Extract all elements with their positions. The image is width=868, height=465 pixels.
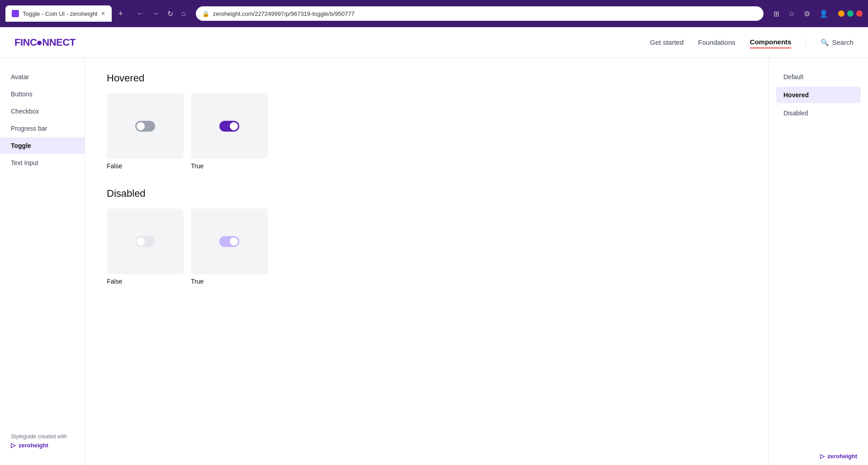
right-sidebar-disabled[interactable]: Disabled [776, 105, 861, 121]
profile-button[interactable]: 👤 [816, 8, 831, 20]
disabled-false-card [107, 209, 184, 274]
hovered-false-wrapper: False [107, 93, 184, 170]
minimize-button[interactable] [838, 10, 844, 17]
bookmark-button[interactable]: ☆ [786, 8, 797, 20]
disabled-false-toggle [135, 236, 155, 247]
logo-dot [37, 41, 42, 45]
disabled-true-wrapper: True [191, 209, 268, 285]
zh-footer-icon: ▷ [820, 453, 825, 460]
sidebar-footer: Styleguide created with ▷ zeroheight [0, 428, 85, 454]
close-tab-button[interactable]: ✕ [101, 10, 105, 17]
sidebar-item-progress-bar[interactable]: Progress bar [0, 120, 85, 137]
hovered-heading: Hovered [107, 72, 747, 84]
disabled-toggle-row: False True [107, 209, 747, 285]
zeroheight-logo: ▷ zeroheight [11, 441, 74, 449]
search-button[interactable]: 🔍 Search [821, 38, 854, 47]
nav-get-started[interactable]: Get started [650, 37, 683, 48]
browser-actions: ⊞ ☆ ⚙ 👤 [771, 8, 831, 20]
hovered-true-toggle[interactable] [219, 121, 239, 132]
new-tab-button[interactable]: + [114, 7, 127, 20]
zh-icon: ▷ [11, 441, 16, 449]
zh-label: zeroheight [19, 442, 48, 449]
nav-divider [806, 37, 806, 48]
back-button[interactable]: ← [134, 8, 147, 19]
address-bar[interactable]: 🔒 zeroheight.com/227249997/p/967319-togg… [196, 6, 764, 21]
translate-button[interactable]: ⊞ [771, 8, 782, 20]
sidebar-item-checkbox[interactable]: Checkbox [0, 103, 85, 119]
browser-chrome: Toggle - Coin UI - zeroheight ✕ + ← → ↻ … [0, 0, 868, 27]
sidebar-nav: Avatar Buttons Checkbox Progress bar Tog… [0, 69, 85, 171]
disabled-false-knob [137, 237, 145, 246]
disabled-true-card [191, 209, 268, 274]
refresh-button[interactable]: ↻ [165, 8, 176, 20]
search-icon: 🔍 [821, 38, 829, 47]
right-sidebar-hovered[interactable]: Hovered [776, 87, 861, 103]
hovered-false-label: False [107, 162, 184, 170]
forward-button[interactable]: → [149, 8, 162, 19]
hovered-true-wrapper: True [191, 93, 268, 170]
maximize-button[interactable] [847, 10, 854, 17]
app-body: Avatar Buttons Checkbox Progress bar Tog… [0, 58, 868, 465]
nav-links: Get started Foundations Components 🔍 Sea… [650, 36, 854, 48]
hovered-false-knob [137, 122, 145, 130]
app-header: FINCNNECT Get started Foundations Compon… [0, 27, 868, 58]
tab-bar: Toggle - Coin UI - zeroheight ✕ + [5, 5, 127, 22]
hovered-section: Hovered False True [107, 72, 747, 170]
right-sidebar: Default Hovered Disabled [768, 58, 868, 465]
search-label: Search [832, 38, 854, 46]
browser-controls: ← → ↻ ⌂ [134, 8, 189, 20]
sidebar-item-buttons[interactable]: Buttons [0, 86, 85, 102]
disabled-heading: Disabled [107, 188, 747, 199]
zh-footer-label: zeroheight [827, 453, 857, 460]
disabled-true-toggle [219, 236, 239, 247]
sidebar-item-toggle[interactable]: Toggle [0, 138, 85, 154]
bottom-right-footer: ▷ zeroheight [820, 453, 857, 460]
tab-title: Toggle - Coin UI - zeroheight [23, 10, 97, 17]
active-tab[interactable]: Toggle - Coin UI - zeroheight ✕ [5, 5, 112, 22]
footer-created-text: Styleguide created with [11, 433, 67, 440]
disabled-true-label: True [191, 278, 268, 285]
hovered-true-card [191, 93, 268, 159]
right-sidebar-default[interactable]: Default [776, 69, 861, 85]
url-text: zeroheight.com/227249997/p/967319-toggle… [213, 10, 355, 17]
window-controls [838, 10, 863, 17]
close-button[interactable] [856, 10, 863, 17]
disabled-false-wrapper: False [107, 209, 184, 285]
disabled-false-label: False [107, 278, 184, 285]
hovered-true-knob [230, 122, 238, 130]
disabled-section: Disabled False True [107, 188, 747, 285]
tab-favicon [12, 10, 19, 17]
hovered-false-toggle[interactable] [135, 121, 155, 132]
left-sidebar: Avatar Buttons Checkbox Progress bar Tog… [0, 58, 85, 465]
extensions-button[interactable]: ⚙ [801, 8, 813, 20]
main-content: Hovered False True [85, 58, 768, 465]
nav-foundations[interactable]: Foundations [698, 37, 735, 48]
home-button[interactable]: ⌂ [179, 8, 189, 19]
hovered-true-label: True [191, 162, 268, 170]
sidebar-item-avatar[interactable]: Avatar [0, 69, 85, 85]
nav-components[interactable]: Components [750, 36, 792, 48]
sidebar-item-text-input[interactable]: Text Input [0, 155, 85, 171]
lock-icon: 🔒 [202, 10, 209, 17]
disabled-true-knob [230, 237, 238, 246]
hovered-toggle-row: False True [107, 93, 747, 170]
app-logo: FINCNNECT [14, 37, 76, 48]
hovered-false-card [107, 93, 184, 159]
